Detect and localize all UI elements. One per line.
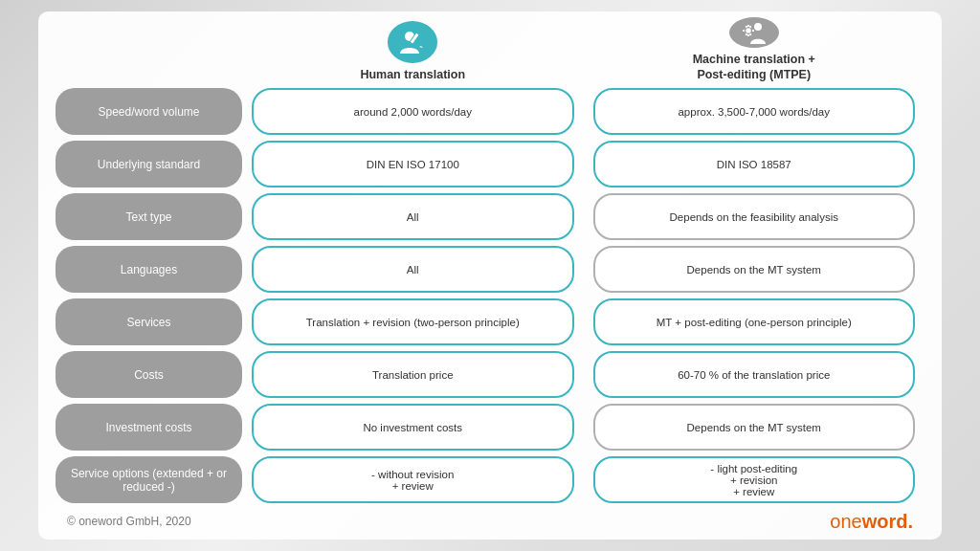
logo-dot: . [907,511,913,532]
label-service-options: Service options (extended + or reduced -… [56,456,242,503]
human-icon [388,21,437,63]
machine-row-1: DIN ISO 18587 [593,141,916,187]
human-row-4: Translation + revision (two-person princ… [252,298,574,345]
comparison-table: Speed/word volume Underlying standard Te… [38,11,942,503]
machine-row-4: MT + post-editing (one-person principle) [593,298,916,345]
human-header: Human translation [252,21,574,88]
label-costs: Costs [56,351,242,398]
machine-row-0: approx. 3,500-7,000 words/day [593,88,916,135]
label-standard: Underlying standard [56,141,242,187]
human-data-rows: around 2,000 words/day DIN EN ISO 17100 … [252,88,574,503]
label-investment: Investment costs [56,404,242,451]
footer: © oneword GmbH, 2020 oneword. [38,503,942,540]
human-row-0: around 2,000 words/day [252,88,574,135]
machine-data-rows: approx. 3,500-7,000 words/day DIN ISO 18… [593,88,916,503]
human-row-1: DIN EN ISO 17100 [252,141,574,187]
human-row-3: All [252,246,574,293]
machine-column: Machine translation + Post-editing (MTPE… [584,21,925,503]
human-row-5: Translation price [252,351,574,398]
machine-row-6: Depends on the MT system [593,404,916,451]
copyright-text: © oneword GmbH, 2020 [67,515,191,528]
svg-point-3 [746,28,751,33]
main-card: Speed/word volume Underlying standard Te… [38,11,942,540]
machine-icon [729,17,779,48]
human-column: Human translation around 2,000 words/day… [242,21,584,503]
label-speed: Speed/word volume [56,88,242,135]
machine-title: Machine translation + Post-editing (MTPE… [693,52,815,83]
labels-column: Speed/word volume Underlying standard Te… [56,21,242,503]
svg-marker-2 [419,46,423,48]
human-row-2: All [252,193,574,240]
logo-word: word [862,511,908,532]
svg-point-4 [754,23,762,31]
label-languages: Languages [56,246,242,293]
machine-row-3: Depends on the MT system [593,246,916,293]
human-row-7: - without revision + review [252,456,574,503]
machine-header: Machine translation + Post-editing (MTPE… [593,21,916,88]
machine-row-7: - light post-editing + revision + review [593,456,916,503]
human-title: Human translation [360,67,465,82]
machine-row-5: 60-70 % of the translation price [593,351,916,398]
oneword-logo: oneword. [830,511,913,533]
human-row-6: No investment costs [252,404,574,451]
label-services: Services [56,298,242,345]
logo-one: one [830,511,861,532]
label-texttype: Text type [56,193,242,240]
machine-row-2: Depends on the feasibility analysis [593,193,916,240]
